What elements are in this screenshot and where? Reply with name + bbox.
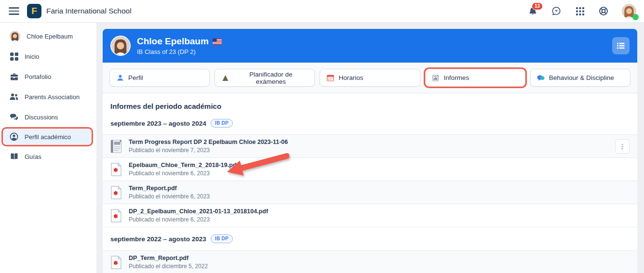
sidebar-item-label: Chloe Epelbaum <box>27 33 73 40</box>
behaviour-icon <box>537 74 545 82</box>
file-name-link[interactable]: Epelbaum_Chloe_Term_2_2018-19.pdf <box>129 162 239 169</box>
file-published-date: Publicado el noviembre 6, 2023 <box>129 193 210 200</box>
online-status-dot <box>632 14 639 20</box>
notifications-button[interactable]: 13 <box>527 6 538 16</box>
file-published-date: Publicado el noviembre 7, 2023 <box>129 147 288 154</box>
sidebar-item-label: Inicio <box>25 53 39 60</box>
student-profile-header: Chloe Epelbaum IB Class of 23 (DP 2) <box>103 29 637 63</box>
sidebar-item-inicio[interactable]: Inicio <box>0 46 96 66</box>
support-button[interactable] <box>598 6 609 16</box>
file-name-link[interactable]: DP_Term_Report.pdf <box>129 255 208 261</box>
support-icon <box>599 6 608 16</box>
profile-icon <box>116 74 124 82</box>
messenger-button[interactable] <box>551 6 562 16</box>
sidebar-item-label: Parents Association <box>25 93 80 101</box>
tab-perfil[interactable]: Perfil <box>109 69 210 87</box>
student-header-avatar <box>110 36 131 56</box>
profile-tabs: Perfil Planificador de exámenes <box>103 63 637 93</box>
school-logo[interactable]: F <box>27 4 41 18</box>
ib-dp-badge: IB DP <box>211 119 233 128</box>
sidebar: Chloe Epelbaum Inicio Portafolio <box>0 23 96 273</box>
file-name-link[interactable]: Term_Report.pdf <box>129 185 210 192</box>
notification-count-badge: 13 <box>532 2 543 10</box>
pdf-icon <box>110 256 122 269</box>
discussions-icon <box>10 113 18 121</box>
period-label: septiembre 2022 – agosto 2023 <box>110 235 206 243</box>
reports-icon <box>432 74 440 82</box>
period-heading: septiembre 2022 – agosto 2023 IB DP <box>103 227 637 250</box>
list-icon <box>617 42 625 49</box>
report-document-icon <box>110 140 122 153</box>
topbar: F Faria International School 13 <box>0 0 644 23</box>
exam-planner-icon <box>221 74 229 82</box>
sidebar-item-label: Portafolio <box>25 73 51 80</box>
tab-label: Behaviour & Discipline <box>549 74 614 81</box>
sidebar-item-discussions[interactable]: Discussions <box>0 107 96 127</box>
report-row: DP_Term_Report.pdf Publicado el diciembr… <box>103 250 637 273</box>
tab-behaviour-discipline[interactable]: Behaviour & Discipline <box>530 69 631 87</box>
tab-informes[interactable]: Informes <box>425 69 525 87</box>
ib-dp-badge: IB DP <box>211 234 233 243</box>
apps-button[interactable] <box>575 6 585 16</box>
pdf-icon <box>110 209 122 222</box>
header-list-button[interactable] <box>612 37 630 54</box>
pdf-icon <box>110 186 122 199</box>
pdf-icon <box>110 163 122 176</box>
report-row: Epelbaum_Chloe_Term_2_2018-19.pdf Public… <box>103 157 637 181</box>
briefcase-icon <box>10 72 18 81</box>
file-published-date: Publicado el noviembre 6, 2023 <box>129 216 268 223</box>
school-name: Faria International School <box>46 7 132 15</box>
academic-profile-icon <box>10 132 18 141</box>
report-row: DP_2_Epelbaum_Chloe_2021-01-13_2018104.p… <box>103 204 637 227</box>
tab-label: Informes <box>444 74 470 81</box>
student-avatar <box>10 31 20 41</box>
sidebar-item-label: Guías <box>25 153 41 160</box>
sidebar-item-label: Perfil académico <box>25 133 71 141</box>
student-name: Chloe Epelbaum <box>137 36 209 47</box>
apps-grid-icon <box>576 7 585 16</box>
timetable-icon <box>326 74 334 82</box>
home-grid-icon <box>10 52 18 61</box>
parents-icon <box>10 92 18 101</box>
student-class: IB Class of 23 (DP 2) <box>137 48 222 55</box>
file-name-link[interactable]: DP_2_Epelbaum_Chloe_2021-01-13_2018104.p… <box>129 208 268 215</box>
page-title: Informes del periodo académico <box>103 93 637 113</box>
file-published-date: Publicado el noviembre 6, 2023 <box>129 170 239 177</box>
tab-label: Perfil <box>128 74 143 81</box>
reports-panel: Informes del periodo académico septiembr… <box>103 93 637 273</box>
menu-icon[interactable] <box>9 7 19 15</box>
sidebar-item-perfil-academico[interactable]: Perfil académico <box>1 127 93 146</box>
tab-label: Planificador de exámenes <box>233 71 308 85</box>
logo-letter: F <box>31 6 37 16</box>
tab-horarios[interactable]: Horarios <box>320 69 420 87</box>
file-published-date: Publicado el diciembre 5, 2022 <box>129 263 208 270</box>
messenger-icon <box>551 6 561 16</box>
period-heading: septiembre 2023 – agosto 2024 IB DP <box>103 113 637 134</box>
row-menu-button[interactable]: ⋮ <box>615 139 630 154</box>
tab-planificador-de-examenes[interactable]: Planificador de exámenes <box>215 69 315 87</box>
sidebar-item-parents-association[interactable]: Parents Association <box>0 87 96 107</box>
sidebar-item-guias[interactable]: Guías <box>0 146 96 167</box>
main-content: Chloe Epelbaum IB Class of 23 (DP 2) <box>96 23 644 273</box>
guides-icon <box>10 152 18 161</box>
report-row: Term Progress Report DP 2 Epelbaum Chloe… <box>103 134 637 157</box>
us-flag-icon <box>213 39 222 45</box>
sidebar-item-label: Discussions <box>25 114 58 121</box>
file-name-link[interactable]: Term Progress Report DP 2 Epelbaum Chloe… <box>129 139 288 145</box>
report-row: Term_Report.pdf Publicado el noviembre 6… <box>103 181 637 204</box>
period-label: septiembre 2023 – agosto 2024 <box>110 120 206 127</box>
user-menu-button[interactable] <box>622 4 636 18</box>
tab-label: Horarios <box>338 74 363 81</box>
sidebar-item-portafolio[interactable]: Portafolio <box>0 66 96 87</box>
sidebar-item-profile[interactable]: Chloe Epelbaum <box>0 26 96 46</box>
